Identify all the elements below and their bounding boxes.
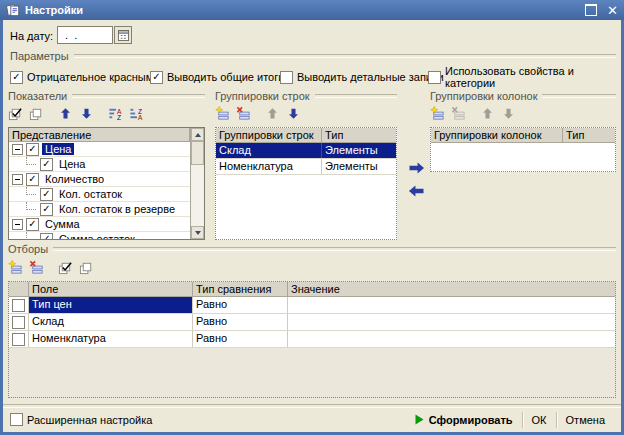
move-up-icon [263,105,282,122]
play-icon [415,414,424,425]
add-row-icon[interactable] [6,259,25,276]
checkbox-label: Отрицательное красным [27,71,153,83]
divider [53,247,616,251]
cancel-button[interactable]: Отмена [557,411,614,429]
column-header[interactable]: Поле [29,282,193,297]
maximize-icon[interactable] [585,4,597,16]
delete-row-icon[interactable] [234,105,253,122]
generate-button[interactable]: Сформировать [406,411,522,429]
tree-item-cena[interactable]: Цена [9,157,190,172]
move-up-icon[interactable] [56,105,75,122]
tree-item-summa-group[interactable]: Сумма [9,217,190,232]
column-header[interactable]: Тип [563,128,615,143]
cell-type: Элементы [322,143,396,158]
column-header[interactable]: Значение [288,282,615,297]
checkbox-icon[interactable] [10,71,23,84]
sort-asc-icon[interactable]: AZ [106,105,125,122]
calendar-button[interactable] [114,26,132,44]
scroll-down-icon[interactable] [191,226,204,239]
checkbox-negative-red[interactable]: Отрицательное красным [10,70,153,84]
titlebar[interactable]: Настройки ✕ [0,0,624,20]
checkbox-icon[interactable] [40,188,53,201]
tree-item-summa-ostatok[interactable]: Сумма остаток [9,232,190,239]
row-groupings-label: Группировки строк [215,90,310,102]
checkbox-detail-records[interactable]: Выводить детальные записи [280,70,444,84]
checkbox-icon[interactable] [10,413,23,426]
checkbox-icon[interactable] [40,233,53,240]
divider [74,54,616,58]
collapse-icon[interactable] [12,219,23,230]
sort-desc-icon[interactable]: ZA [127,105,146,122]
tree-item-label: Количество [42,173,107,185]
filter-checkbox-cell [9,331,29,347]
checkbox-icon[interactable] [428,71,441,84]
checkbox-properties-categories[interactable]: Использовать свойства и категории [428,70,624,84]
table-row-nomenklatura[interactable]: Номенклатура Элементы [216,159,396,175]
add-row-icon[interactable] [213,105,232,122]
column-header[interactable]: Тип сравнения [193,282,288,297]
scroll-up-icon[interactable] [191,128,204,141]
settings-window: Настройки ✕ На дату: Параметры Отрицател… [0,0,624,435]
column-groupings-toolbar [428,104,518,122]
collapse-icon[interactable] [12,144,23,155]
vertical-scrollbar[interactable] [190,128,204,239]
move-down-icon[interactable] [284,105,303,122]
tree-item-cena-group[interactable]: Цена [9,142,190,157]
uncheck-all-icon[interactable] [27,105,46,122]
column-header[interactable]: Группировки строк [216,128,322,143]
tree-connector [26,202,36,210]
checkbox-icon[interactable] [26,218,39,231]
tree-item-label: Цена [42,143,74,155]
checkbox-icon[interactable] [40,158,53,171]
checkbox-icon[interactable] [280,71,293,84]
cell-name: Номенклатура [216,159,322,174]
tree-item-label: Кол. остаток в резерве [56,203,178,215]
indicators-column-header[interactable]: Представление [9,128,190,142]
checkbox-icon[interactable] [26,173,39,186]
tree-connector [26,187,36,195]
column-header[interactable]: Тип [322,128,396,143]
check-all-icon[interactable] [56,259,75,276]
date-input[interactable] [57,26,113,44]
row-groupings-section-header: Группировки строк [215,90,397,102]
transfer-right-icon[interactable] [404,161,428,175]
checkbox-icon[interactable] [26,143,39,156]
checkbox-icon[interactable] [40,203,53,216]
column-groupings-label: Группировки колонок [430,90,537,102]
collapse-icon[interactable] [12,174,23,185]
checkbox-grand-totals[interactable]: Выводить общие итоги [150,70,284,84]
table-header-row: Группировки колонок Тип [431,128,615,143]
ok-button[interactable]: ОК [523,411,556,429]
indicators-list: Представление Цена Цена Количество Ко [8,127,205,240]
uncheck-all-icon[interactable] [77,259,96,276]
close-icon[interactable]: ✕ [607,4,618,17]
move-down-icon[interactable] [77,105,96,122]
tree-item-kolichestvo-group[interactable]: Количество [9,172,190,187]
add-row-icon[interactable] [428,105,447,122]
column-header[interactable]: Группировки колонок [431,128,563,143]
checkbox-label: Расширенная настройка [27,414,152,426]
transfer-left-icon[interactable] [404,184,428,198]
filter-row-nomenklatura[interactable]: Номенклатура Равно [9,331,615,348]
tree-item-kol-ostatok-rezerv[interactable]: Кол. остаток в резерве [9,202,190,217]
checkbox-icon[interactable] [12,299,25,312]
checkbox-icon[interactable] [12,316,25,329]
cell-comparison: Равно [193,314,288,330]
scrollbar-thumb[interactable] [191,141,204,165]
advanced-settings-checkbox[interactable]: Расширенная настройка [10,413,152,427]
checkbox-icon[interactable] [12,333,25,346]
table-row-sklad[interactable]: Склад Элементы [216,143,396,159]
checkbox-icon[interactable] [150,71,163,84]
delete-row-icon[interactable] [27,259,46,276]
column-groupings-section-header: Группировки колонок [430,90,616,102]
check-all-icon[interactable] [6,105,25,122]
window-title: Настройки [25,4,83,16]
filter-checkbox-cell [9,297,29,313]
filter-row-tip-cen[interactable]: Тип цен Равно [9,297,615,314]
cell-field: Тип цен [29,297,193,313]
delete-row-icon [449,105,468,122]
tree-item-kol-ostatok[interactable]: Кол. остаток [9,187,190,202]
filter-row-sklad[interactable]: Склад Равно [9,314,615,331]
cancel-label: Отмена [566,414,605,426]
indicators-tree: Цена Цена Количество Кол. остаток Кол. о [9,142,190,239]
